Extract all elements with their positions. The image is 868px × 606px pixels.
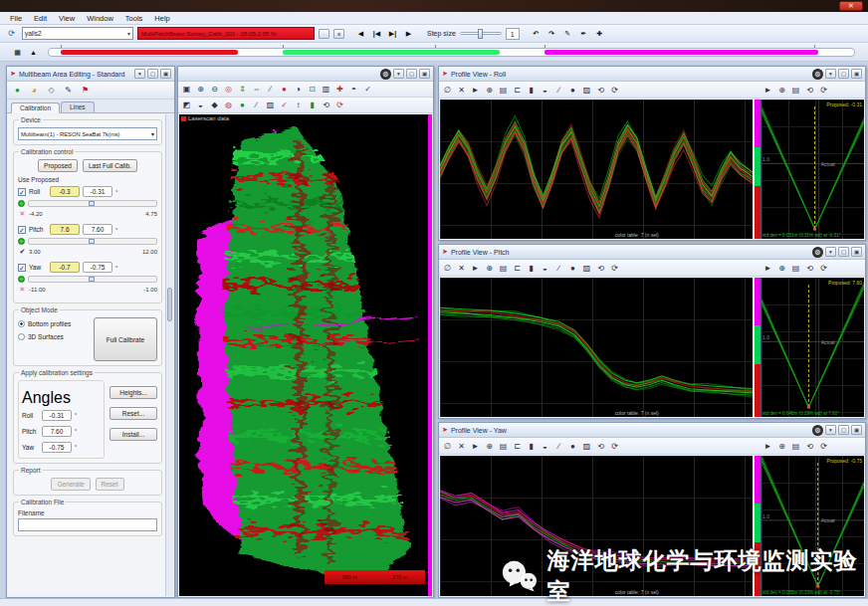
shade-icon[interactable]: ◑: [292, 83, 305, 96]
rotate-left-icon[interactable]: ⟲: [320, 99, 332, 111]
step-size-slider[interactable]: [460, 32, 502, 35]
maximize-icon[interactable]: ▢: [838, 425, 849, 435]
warning-icon[interactable]: ▲: [27, 46, 40, 59]
flag-icon[interactable]: ⚑: [78, 84, 93, 97]
play-icon[interactable]: ►: [761, 262, 774, 275]
left-panel-scrollbar[interactable]: [165, 114, 173, 596]
pan-horizontal-icon[interactable]: ⇔: [250, 83, 263, 96]
yaw-slider-thumb[interactable]: [89, 277, 95, 282]
point-size-icon[interactable]: ●: [566, 84, 579, 97]
undo-icon[interactable]: ⟲: [803, 440, 816, 453]
zoom-icon[interactable]: ⊕: [775, 262, 788, 275]
close-button[interactable]: ✕: [839, 1, 863, 11]
pitch-value-field[interactable]: 7.60: [83, 224, 112, 235]
rotate-right-icon[interactable]: ⟳: [333, 99, 346, 111]
zoom-icon[interactable]: ⊕: [775, 84, 788, 97]
dock-icon[interactable]: ⊏: [511, 262, 524, 275]
maximize-icon[interactable]: ▢: [147, 69, 158, 79]
hatch-icon[interactable]: ▨: [264, 99, 277, 111]
color-mode-icon[interactable]: ◓: [347, 83, 360, 96]
point-size-icon[interactable]: ●: [566, 262, 579, 275]
last-full-calib-button[interactable]: Last Full Calib.: [83, 159, 137, 172]
dropdown-icon[interactable]: ▾: [134, 69, 145, 79]
add-icon[interactable]: ✚: [333, 83, 346, 96]
layers-icon[interactable]: ▤: [497, 440, 510, 453]
undo-icon[interactable]: ⟲: [594, 84, 607, 97]
jump-end-icon[interactable]: ▶|: [386, 27, 399, 40]
dot-size-icon[interactable]: ●: [236, 99, 249, 111]
gear-button[interactable]: ⚙: [812, 69, 823, 80]
clear-selection-icon[interactable]: ∅: [441, 440, 454, 453]
play-icon[interactable]: ►: [761, 440, 774, 453]
timeline-segment-red[interactable]: [61, 50, 238, 55]
restore-icon[interactable]: ▣: [851, 69, 862, 79]
jump-start-icon[interactable]: |◀: [370, 27, 383, 40]
zoom-icon[interactable]: ⊕: [775, 440, 788, 453]
shade-icon[interactable]: ◒: [539, 440, 551, 453]
menu-view[interactable]: View: [53, 14, 81, 23]
edit-tool-icon[interactable]: ✎: [61, 84, 76, 97]
menu-tools[interactable]: Tools: [119, 14, 149, 23]
texture-icon[interactable]: ◍: [222, 99, 235, 111]
accept-icon[interactable]: ✓: [361, 83, 374, 96]
point-icon[interactable]: ●: [278, 83, 291, 96]
gear-button[interactable]: ⚙: [812, 247, 823, 258]
grid-toggle-icon[interactable]: ▨: [580, 440, 593, 453]
restore-icon[interactable]: ▣: [851, 247, 862, 257]
add-point-icon[interactable]: ✚: [593, 27, 606, 40]
zoom-in-icon[interactable]: ⊕: [483, 440, 496, 453]
maximize-icon[interactable]: ▢: [838, 69, 849, 79]
layers-icon[interactable]: ▤: [497, 84, 510, 97]
shade-icon[interactable]: ◒: [539, 262, 551, 275]
session-combo[interactable]: yalls2 ▾: [22, 27, 133, 40]
slope-icon[interactable]: ∕: [552, 262, 565, 275]
undo-icon[interactable]: ⟲: [803, 84, 816, 97]
active-survey-field[interactable]: MultiPatchBeam Survey_Calib_001 - 28.05.…: [137, 27, 315, 40]
slider-thumb[interactable]: [478, 29, 483, 39]
measure-icon[interactable]: ∕: [264, 83, 277, 96]
restore-icon[interactable]: ▣: [851, 425, 862, 435]
line-icon[interactable]: ∕: [250, 99, 263, 111]
tab-lines[interactable]: Lines: [61, 101, 95, 112]
pitch-slider[interactable]: [28, 238, 157, 245]
roll-enable-checkbox[interactable]: ✓: [18, 188, 26, 196]
profile-icon[interactable]: ▥: [320, 83, 332, 96]
gear-button[interactable]: ⚙: [380, 69, 391, 80]
refresh-icon[interactable]: ⟳: [5, 27, 18, 40]
points-icon[interactable]: ◆: [208, 99, 221, 111]
restore-icon[interactable]: ▣: [160, 69, 171, 79]
dropdown-icon[interactable]: ▾: [825, 69, 836, 79]
yaw-enable-checkbox[interactable]: ✓: [18, 264, 26, 272]
zoom-extent-icon[interactable]: ◎: [222, 83, 235, 96]
heights-button[interactable]: Heights...: [109, 386, 157, 399]
box-select-icon[interactable]: ⊡: [306, 83, 319, 96]
slope-icon[interactable]: ∕: [552, 440, 565, 453]
menu-help[interactable]: Help: [148, 14, 175, 23]
swath-viewport[interactable]: Laserscan data: [179, 114, 432, 596]
bar-icon[interactable]: ▮: [525, 262, 538, 275]
surface-icon[interactable]: ◩: [180, 99, 193, 111]
radio-dot[interactable]: [18, 333, 25, 340]
sphere-icon[interactable]: ◒: [194, 99, 207, 111]
roll-profile-plot[interactable]: color table: 7 (n sel): [440, 100, 753, 239]
step-back-icon[interactable]: ◀: [354, 27, 367, 40]
redo-icon[interactable]: ⟳: [608, 262, 621, 275]
roll-value-field[interactable]: -0.31: [83, 186, 112, 197]
radio-dot[interactable]: [18, 320, 25, 327]
redo-icon[interactable]: ↷: [545, 27, 558, 40]
undo-icon[interactable]: ↶: [530, 27, 542, 40]
menu-file[interactable]: File: [4, 14, 28, 23]
pitch-profile-plot[interactable]: color table: 7 (n sel): [440, 278, 753, 417]
bar-icon[interactable]: ▮: [306, 99, 319, 111]
apply-icon[interactable]: ✓: [278, 99, 291, 111]
select-icon[interactable]: ▣: [180, 83, 193, 96]
flip-icon[interactable]: ↕: [292, 99, 305, 111]
play-icon[interactable]: ►: [469, 84, 482, 97]
dock-icon[interactable]: ⊏: [511, 84, 524, 97]
play-icon[interactable]: ►: [469, 262, 482, 275]
layers-icon[interactable]: ▤: [789, 262, 802, 275]
layers-icon[interactable]: ▤: [497, 262, 510, 275]
timeline-segment-magenta[interactable]: [544, 50, 818, 55]
zoom-in-icon[interactable]: ⊕: [194, 83, 207, 96]
redo-icon[interactable]: ⟳: [608, 84, 621, 97]
